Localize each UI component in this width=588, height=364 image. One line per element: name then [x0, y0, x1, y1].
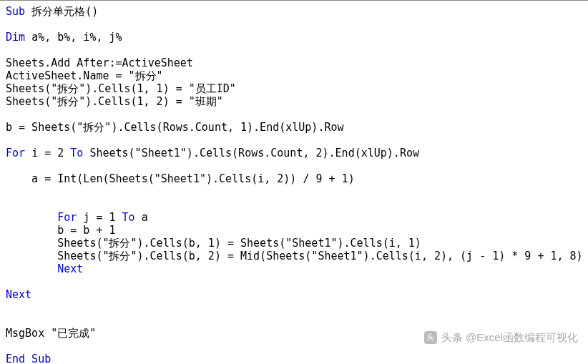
keyword-dim: Dim [6, 31, 31, 44]
code-line: Sheets.Add After:=ActiveSheet [6, 56, 193, 69]
keyword-for: For [57, 211, 83, 224]
code-line: Sheets("拆分").Cells(1, 1) = "员工ID" [6, 82, 236, 95]
code-text: a [142, 211, 148, 224]
dim-vars: a%, b%, i%, j% [31, 31, 122, 44]
code-text: i = 2 [31, 147, 70, 159]
code-line: b = Sheets("拆分").Cells(Rows.Count, 1).En… [6, 121, 344, 134]
code-text: j = 1 [83, 211, 122, 224]
keyword-to: To [70, 147, 89, 159]
watermark-text: 头条 @Excel函数编程可视化 [441, 331, 578, 344]
code-line: a = Int(Len(Sheets("Sheet1").Cells(i, 2)… [6, 172, 355, 185]
sub-name: 拆分单元格() [31, 5, 98, 18]
code-line: Sheets("拆分").Cells(b, 1) = Sheets("Sheet… [6, 237, 421, 250]
code-pad [6, 262, 57, 275]
code-line: MsgBox "已完成" [6, 327, 96, 340]
keyword-next: Next [6, 288, 31, 301]
watermark: 头 头条 @Excel函数编程可视化 [424, 331, 578, 344]
code-line: Sheets("拆分").Cells(1, 2) = "班期" [6, 95, 223, 108]
keyword-to: To [122, 211, 142, 224]
code-pad [6, 211, 57, 224]
keyword-next: Next [57, 262, 83, 275]
code-line: ActiveSheet.Name = "拆分" [6, 69, 163, 82]
keyword-sub: Sub [6, 5, 31, 18]
watermark-icon: 头 [424, 331, 437, 344]
code-line: b = b + 1 [6, 224, 116, 237]
keyword-end-sub: End Sub [6, 353, 51, 364]
keyword-for: For [6, 147, 31, 159]
code-block: Sub 拆分单元格() Dim a%, b%, i%, j% Sheets.Ad… [0, 1, 588, 364]
code-line: Sheets("拆分").Cells(b, 2) = Mid(Sheets("S… [6, 250, 583, 262]
code-text: Sheets("Sheet1").Cells(Rows.Count, 2).En… [89, 147, 419, 159]
